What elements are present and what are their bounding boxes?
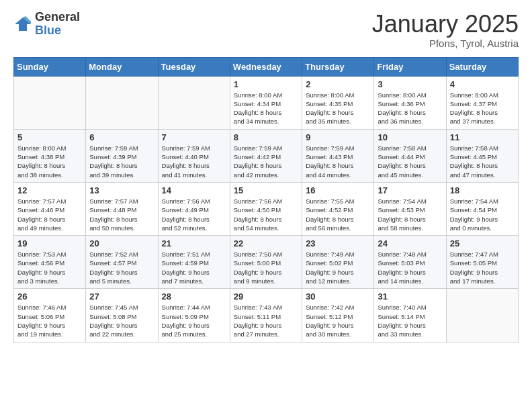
weekday-header: Tuesday [158, 57, 230, 76]
calendar-day-cell [86, 76, 158, 129]
day-info: Sunrise: 8:00 AMSunset: 4:35 PMDaylight:… [306, 91, 370, 126]
day-number: 7 [162, 132, 226, 142]
day-info: Sunrise: 7:42 AMSunset: 5:12 PMDaylight:… [306, 303, 370, 338]
day-info: Sunrise: 7:53 AMSunset: 4:56 PMDaylight:… [17, 250, 82, 285]
day-info: Sunrise: 7:59 AMSunset: 4:40 PMDaylight:… [162, 144, 226, 179]
calendar-day-cell: 23Sunrise: 7:49 AMSunset: 5:02 PMDayligh… [302, 236, 374, 289]
day-number: 25 [450, 238, 515, 248]
day-info: Sunrise: 7:44 AMSunset: 5:09 PMDaylight:… [162, 303, 226, 338]
calendar-day-cell: 26Sunrise: 7:46 AMSunset: 5:06 PMDayligh… [14, 289, 86, 342]
calendar-week-row: 5Sunrise: 8:00 AMSunset: 4:38 PMDaylight… [14, 129, 519, 182]
day-info: Sunrise: 7:57 AMSunset: 4:48 PMDaylight:… [89, 197, 154, 232]
calendar-table: SundayMondayTuesdayWednesdayThursdayFrid… [13, 57, 519, 342]
day-info: Sunrise: 7:59 AMSunset: 4:42 PMDaylight:… [234, 144, 298, 179]
day-number: 2 [306, 79, 370, 89]
logo: General Blue [13, 11, 80, 38]
logo-general: General [35, 10, 80, 24]
calendar-day-cell: 12Sunrise: 7:57 AMSunset: 4:46 PMDayligh… [14, 182, 86, 235]
calendar-day-cell: 7Sunrise: 7:59 AMSunset: 4:40 PMDaylight… [158, 129, 230, 182]
calendar-day-cell: 21Sunrise: 7:51 AMSunset: 4:59 PMDayligh… [158, 236, 230, 289]
calendar-day-cell: 11Sunrise: 7:58 AMSunset: 4:45 PMDayligh… [446, 129, 518, 182]
day-number: 8 [234, 132, 298, 142]
calendar-week-row: 1Sunrise: 8:00 AMSunset: 4:34 PMDaylight… [14, 76, 519, 129]
day-info: Sunrise: 7:58 AMSunset: 4:44 PMDaylight:… [378, 144, 442, 179]
day-number: 29 [234, 291, 298, 302]
day-number: 27 [89, 291, 154, 302]
calendar-day-cell: 28Sunrise: 7:44 AMSunset: 5:09 PMDayligh… [158, 289, 230, 342]
day-number: 22 [234, 238, 298, 248]
day-number: 11 [450, 132, 515, 142]
day-info: Sunrise: 7:48 AMSunset: 5:03 PMDaylight:… [378, 250, 442, 285]
day-info: Sunrise: 7:57 AMSunset: 4:46 PMDaylight:… [17, 197, 82, 232]
calendar-day-cell: 22Sunrise: 7:50 AMSunset: 5:00 PMDayligh… [230, 236, 302, 289]
day-info: Sunrise: 7:52 AMSunset: 4:57 PMDaylight:… [89, 250, 154, 285]
day-info: Sunrise: 7:55 AMSunset: 4:52 PMDaylight:… [306, 197, 370, 232]
calendar-day-cell: 30Sunrise: 7:42 AMSunset: 5:12 PMDayligh… [302, 289, 374, 342]
calendar-day-cell: 13Sunrise: 7:57 AMSunset: 4:48 PMDayligh… [86, 182, 158, 235]
page: General Blue January 2025 Pfons, Tyrol, … [0, 0, 532, 356]
calendar-day-cell [446, 289, 518, 342]
day-info: Sunrise: 8:00 AMSunset: 4:38 PMDaylight:… [17, 144, 82, 179]
day-number: 14 [162, 185, 226, 195]
day-info: Sunrise: 7:45 AMSunset: 5:08 PMDaylight:… [89, 303, 154, 338]
day-info: Sunrise: 7:46 AMSunset: 5:06 PMDaylight:… [17, 303, 82, 338]
calendar-day-cell: 10Sunrise: 7:58 AMSunset: 4:44 PMDayligh… [374, 129, 446, 182]
calendar-day-cell: 1Sunrise: 8:00 AMSunset: 4:34 PMDaylight… [230, 76, 302, 129]
day-info: Sunrise: 7:51 AMSunset: 4:59 PMDaylight:… [162, 250, 226, 285]
logo-icon [13, 15, 32, 34]
calendar-day-cell: 16Sunrise: 7:55 AMSunset: 4:52 PMDayligh… [302, 182, 374, 235]
calendar-header-row: SundayMondayTuesdayWednesdayThursdayFrid… [14, 57, 519, 76]
day-number: 5 [17, 132, 82, 142]
calendar-day-cell: 24Sunrise: 7:48 AMSunset: 5:03 PMDayligh… [374, 236, 446, 289]
calendar-day-cell: 14Sunrise: 7:56 AMSunset: 4:49 PMDayligh… [158, 182, 230, 235]
day-number: 26 [17, 291, 82, 302]
calendar-day-cell: 15Sunrise: 7:56 AMSunset: 4:50 PMDayligh… [230, 182, 302, 235]
day-number: 3 [378, 79, 442, 89]
day-number: 9 [306, 132, 370, 142]
calendar-day-cell: 4Sunrise: 8:00 AMSunset: 4:37 PMDaylight… [446, 76, 518, 129]
calendar-day-cell: 31Sunrise: 7:40 AMSunset: 5:14 PMDayligh… [374, 289, 446, 342]
day-info: Sunrise: 7:47 AMSunset: 5:05 PMDaylight:… [450, 250, 515, 285]
title-block: January 2025 Pfons, Tyrol, Austria [372, 11, 519, 49]
weekday-header: Wednesday [230, 57, 302, 76]
day-number: 12 [17, 185, 82, 195]
calendar-week-row: 19Sunrise: 7:53 AMSunset: 4:56 PMDayligh… [14, 236, 519, 289]
weekday-header: Sunday [14, 57, 86, 76]
calendar-day-cell: 17Sunrise: 7:54 AMSunset: 4:53 PMDayligh… [374, 182, 446, 235]
calendar-day-cell [14, 76, 86, 129]
calendar-day-cell: 19Sunrise: 7:53 AMSunset: 4:56 PMDayligh… [14, 236, 86, 289]
day-number: 4 [450, 79, 515, 89]
calendar-day-cell: 9Sunrise: 7:59 AMSunset: 4:43 PMDaylight… [302, 129, 374, 182]
day-info: Sunrise: 7:40 AMSunset: 5:14 PMDaylight:… [378, 303, 442, 338]
calendar-day-cell: 5Sunrise: 8:00 AMSunset: 4:38 PMDaylight… [14, 129, 86, 182]
month-title: January 2025 [372, 11, 519, 38]
day-info: Sunrise: 7:56 AMSunset: 4:50 PMDaylight:… [234, 197, 298, 232]
day-number: 6 [89, 132, 154, 142]
header: General Blue January 2025 Pfons, Tyrol, … [13, 11, 519, 49]
calendar-day-cell: 2Sunrise: 8:00 AMSunset: 4:35 PMDaylight… [302, 76, 374, 129]
day-number: 31 [378, 291, 442, 302]
day-number: 23 [306, 238, 370, 248]
calendar-day-cell: 20Sunrise: 7:52 AMSunset: 4:57 PMDayligh… [86, 236, 158, 289]
calendar-day-cell: 27Sunrise: 7:45 AMSunset: 5:08 PMDayligh… [86, 289, 158, 342]
weekday-header: Monday [86, 57, 158, 76]
logo-blue: Blue [35, 24, 61, 37]
day-info: Sunrise: 7:50 AMSunset: 5:00 PMDaylight:… [234, 250, 298, 285]
location: Pfons, Tyrol, Austria [372, 38, 519, 49]
day-number: 17 [378, 185, 442, 195]
day-number: 18 [450, 185, 515, 195]
calendar-day-cell [158, 76, 230, 129]
day-info: Sunrise: 7:59 AMSunset: 4:39 PMDaylight:… [89, 144, 154, 179]
day-number: 15 [234, 185, 298, 195]
day-number: 20 [89, 238, 154, 248]
calendar-week-row: 12Sunrise: 7:57 AMSunset: 4:46 PMDayligh… [14, 182, 519, 235]
day-number: 30 [306, 291, 370, 302]
day-number: 21 [162, 238, 226, 248]
day-number: 28 [162, 291, 226, 302]
weekday-header: Saturday [446, 57, 518, 76]
day-info: Sunrise: 7:59 AMSunset: 4:43 PMDaylight:… [306, 144, 370, 179]
calendar-day-cell: 29Sunrise: 7:43 AMSunset: 5:11 PMDayligh… [230, 289, 302, 342]
day-info: Sunrise: 7:58 AMSunset: 4:45 PMDaylight:… [450, 144, 515, 179]
calendar-day-cell: 25Sunrise: 7:47 AMSunset: 5:05 PMDayligh… [446, 236, 518, 289]
calendar-week-row: 26Sunrise: 7:46 AMSunset: 5:06 PMDayligh… [14, 289, 519, 342]
